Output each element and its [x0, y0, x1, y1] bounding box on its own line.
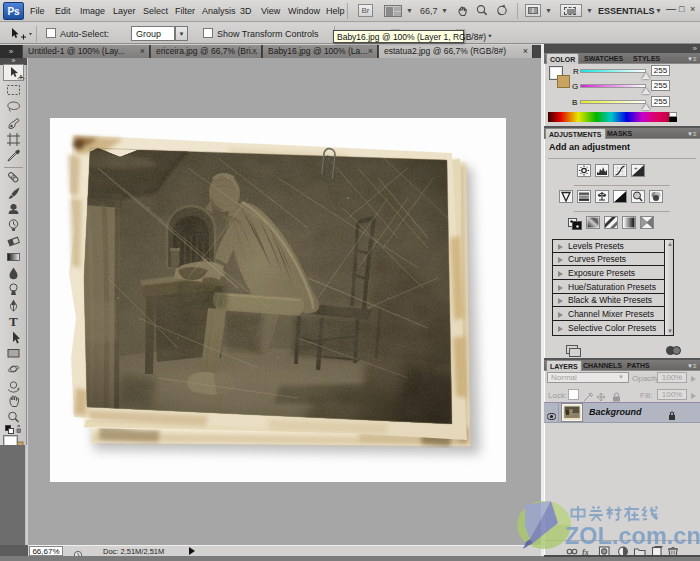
- svg-text:ZOL.com.cn: ZOL.com.cn: [565, 523, 700, 549]
- svg-text:+: +: [634, 165, 638, 171]
- svg-text:T: T: [9, 314, 18, 329]
